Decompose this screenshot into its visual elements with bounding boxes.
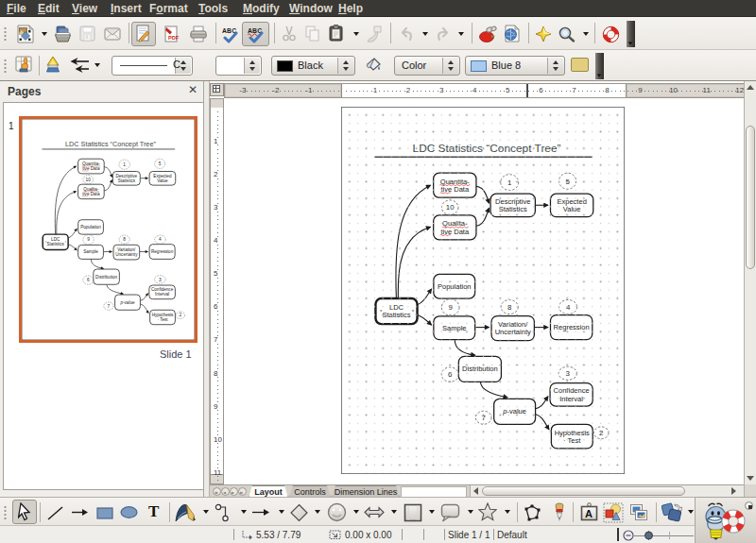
svg-text:ABC: ABC xyxy=(222,27,236,34)
svg-text:ABC: ABC xyxy=(248,27,262,34)
svg-text:PDF: PDF xyxy=(168,35,180,41)
svg-text:A: A xyxy=(585,508,593,519)
